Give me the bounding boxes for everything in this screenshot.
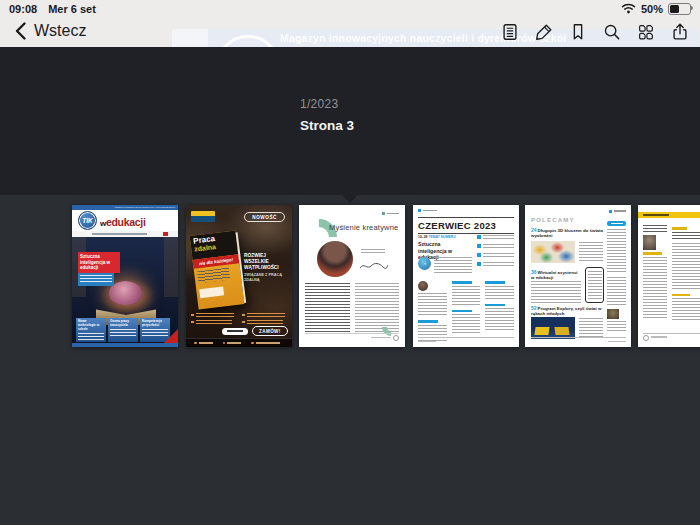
teaser-box: Nowe technologie w szkole xyxy=(76,318,106,342)
sidebar-photo xyxy=(607,309,619,319)
issue-label: 1/2023 xyxy=(300,97,339,111)
text-lines xyxy=(531,281,581,305)
status-date: Mer 6 set xyxy=(48,3,96,15)
text-lines xyxy=(672,298,700,322)
contents-icon[interactable] xyxy=(499,21,521,43)
text-lines xyxy=(485,286,514,301)
page-footer xyxy=(643,333,700,342)
contents-columns xyxy=(418,281,514,343)
bookshelf-decor xyxy=(164,237,178,297)
theme-lead: ◔ xyxy=(418,257,472,275)
text-lines xyxy=(579,242,603,263)
tik-logo: TIK xyxy=(78,211,97,230)
contents-right-column xyxy=(477,235,514,271)
section-header xyxy=(485,304,505,307)
text-lines xyxy=(434,257,472,275)
pdf-reader-screen: 09:08 Mer 6 set 50% Magazyn innowacyjnyc… xyxy=(0,0,700,525)
body-columns xyxy=(305,283,399,333)
annotate-icon[interactable] xyxy=(533,21,555,43)
bullet-column xyxy=(242,313,287,327)
back-label: Wstecz xyxy=(34,22,86,40)
thumbnail-cover[interactable]: Magazyn innowacyjnych nauczycieli i dyre… xyxy=(72,205,178,347)
section-header xyxy=(485,281,505,284)
thumbnail-recommend[interactable]: POLECAMY 24Długopis 3D kluczem do świata… xyxy=(525,205,631,347)
article-column xyxy=(672,225,700,322)
new-badge: NOWOŚĆ xyxy=(244,212,285,222)
editor-photo xyxy=(418,281,428,291)
text-lines xyxy=(110,329,136,338)
ad-subheadline: ZWIĄZANE Z PRACĄ ZDALNĄ xyxy=(244,273,286,283)
text-lines xyxy=(355,283,400,333)
cta-row: ZAMÓW! xyxy=(222,326,288,336)
toolbar xyxy=(499,21,691,43)
thumbnail-contents[interactable]: CZERWIEC 2023 10–29 TEMAT NUMERU Sztuczn… xyxy=(413,205,519,347)
section-header xyxy=(418,320,438,323)
status-bar: 09:08 Mer 6 set 50% xyxy=(0,0,700,17)
chevron-left-icon xyxy=(14,21,27,41)
cover-image: Sztuczna inteligencja w edukacji Nowe te… xyxy=(72,237,178,343)
bullet-column xyxy=(191,313,236,327)
status-time: 09:08 xyxy=(9,3,37,15)
text-lines xyxy=(305,283,350,333)
theme-section-label: TEMAT NUMERU xyxy=(428,235,455,239)
rule xyxy=(418,233,514,234)
cover-subtext-box xyxy=(78,273,114,286)
book-footer-block xyxy=(199,286,224,298)
creative-page: Myślenie kreatywne xyxy=(299,205,405,347)
text-lines xyxy=(607,229,626,274)
peek-logo-ring xyxy=(216,35,280,47)
yellow-subheader xyxy=(672,294,690,297)
text-lines xyxy=(452,286,481,307)
contents-title: CZERWIEC 2023 xyxy=(418,220,496,231)
recommend-header: POLECAMY xyxy=(531,217,575,223)
author-photo xyxy=(643,235,656,250)
section-header xyxy=(452,310,472,313)
thumbnail-creative[interactable]: Myślenie kreatywne xyxy=(299,205,405,347)
book-image: Praca zdalna nie dla każdego! xyxy=(190,230,245,309)
publisher-logo xyxy=(191,211,215,222)
share-icon[interactable] xyxy=(669,21,691,43)
yellow-section-band xyxy=(638,212,700,218)
signature xyxy=(359,261,389,271)
author-photo xyxy=(317,241,353,277)
thumbnail-ad[interactable]: NOWOŚĆ Praca zdalna nie dla każdego! ROZ… xyxy=(186,205,292,347)
issue-number-badge xyxy=(163,232,168,236)
ad-contact-bar xyxy=(186,338,292,347)
text-lines xyxy=(197,268,230,284)
corner-ribbon xyxy=(164,329,178,343)
recommend-page: POLECAMY 24Długopis 3D kluczem do świata… xyxy=(525,205,631,347)
yellow-subheader xyxy=(643,252,662,255)
item-image-phone xyxy=(585,267,604,303)
cover-title: wedukacji xyxy=(100,212,146,230)
section-label xyxy=(609,210,626,213)
back-button[interactable]: Wstecz xyxy=(14,21,86,41)
page-footer xyxy=(305,333,399,342)
search-icon[interactable] xyxy=(601,21,623,43)
article-page xyxy=(638,205,700,347)
title-lines xyxy=(672,232,700,241)
rule xyxy=(418,217,514,218)
thumbnail-article[interactable] xyxy=(638,205,700,347)
battery-percent: 50% xyxy=(641,3,663,15)
bookmark-icon[interactable] xyxy=(567,21,589,43)
text-lines xyxy=(579,318,603,339)
recommend-item-title: 24Długopis 3D kluczem do świata wyobraźn… xyxy=(531,227,603,239)
cover-bottom-strip xyxy=(72,343,178,347)
text-lines xyxy=(607,321,626,333)
ad-headline: ROZWIEJ WSZELKIE WĄTPLIWOŚCI xyxy=(244,253,288,272)
cover-page: Magazyn innowacyjnych nauczycieli i dyre… xyxy=(72,205,178,347)
page-footer xyxy=(531,337,626,342)
text-lines xyxy=(452,314,481,335)
item-image-3d-pen xyxy=(531,241,575,263)
contents-page: CZERWIEC 2023 10–29 TEMAT NUMERU Sztuczn… xyxy=(413,205,519,347)
thumbnails-icon[interactable] xyxy=(635,21,657,43)
teaser-box: Ocena pracy nauczyciela xyxy=(108,318,138,342)
yellow-subheader xyxy=(672,227,687,230)
ai-brain-icon: ◔ xyxy=(418,257,431,270)
text-lines xyxy=(588,271,602,299)
contents-column xyxy=(418,281,447,343)
text-lines xyxy=(78,333,104,342)
cover-teaser-boxes: Nowe technologie w szkole Ocena pracy na… xyxy=(76,318,174,342)
item-image-explory xyxy=(531,317,575,339)
text-lines xyxy=(643,257,667,320)
